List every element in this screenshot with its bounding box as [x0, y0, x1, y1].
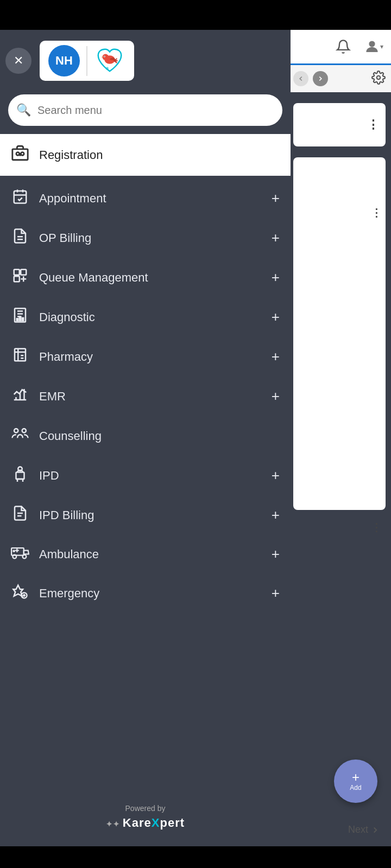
counselling-icon [11, 426, 29, 446]
queue-plus-icon: + [272, 269, 280, 286]
fab-plus-icon: + [352, 771, 360, 784]
registration-icon [11, 144, 29, 166]
diagnostic-icon [11, 307, 29, 327]
brand-name: ✦✦ KareXpert [5, 816, 285, 830]
menu-item-diagnostic[interactable]: Diagnostic + [0, 297, 291, 337]
queue-management-icon [11, 267, 29, 288]
nav-bar-right [288, 65, 391, 92]
queue-management-label: Queue Management [39, 271, 262, 285]
svg-point-48 [23, 555, 27, 559]
menu-item-queue-management[interactable]: Queue Management + [0, 258, 291, 297]
menu-item-ipd[interactable]: IPD + [0, 456, 291, 495]
drawer-header: ✕ NH [0, 30, 291, 92]
menu-item-op-billing[interactable]: OP Billing + [0, 218, 291, 258]
svg-point-0 [369, 41, 375, 47]
ambulance-icon [11, 545, 29, 564]
back-icon[interactable] [293, 71, 308, 86]
context-menu-icon-1[interactable]: ⋮ [367, 118, 380, 132]
ambulance-plus-icon: + [272, 546, 280, 563]
nh-logo: NH [48, 45, 80, 76]
fab-label: Add [350, 784, 361, 792]
powered-by-footer: Powered by ✦✦ KareXpert [0, 793, 291, 846]
search-bar[interactable]: 🔍 [8, 94, 282, 126]
pharmacy-icon [11, 347, 29, 367]
svg-rect-28 [22, 318, 24, 321]
settings-icon[interactable] [371, 71, 386, 87]
ipd-label: IPD [39, 469, 262, 483]
emr-plus-icon: + [272, 388, 280, 405]
next-label: Next [348, 824, 368, 835]
svg-point-37 [14, 429, 18, 432]
pharmacy-label: Pharmacy [39, 350, 262, 364]
diagnostic-label: Diagnostic [39, 310, 262, 324]
svg-rect-18 [21, 270, 26, 275]
svg-point-47 [12, 555, 16, 559]
svg-point-9 [16, 152, 20, 156]
bird-logo: ❄ [94, 45, 125, 76]
svg-point-38 [22, 429, 26, 432]
notification-icon[interactable] [331, 35, 355, 59]
close-drawer-button[interactable]: ✕ [5, 48, 31, 74]
appointment-label: Appointment [39, 192, 262, 206]
appointment-plus-icon: + [272, 190, 280, 207]
ipd-billing-label: IPD Billing [39, 508, 262, 522]
navigation-drawer: ✕ NH [0, 30, 291, 846]
svg-rect-11 [14, 191, 27, 203]
ambulance-label: Ambulance [39, 547, 262, 561]
right-card-1: ⋮ [293, 103, 386, 146]
menu-item-emr[interactable]: EMR + [0, 376, 291, 416]
search-input[interactable] [37, 104, 274, 117]
svg-rect-40 [16, 473, 24, 480]
context-menu-icon-2[interactable]: ⋮ [371, 206, 383, 219]
status-bar [0, 0, 391, 30]
menu-item-ipd-billing[interactable]: IPD Billing + [0, 495, 291, 535]
registration-label: Registration [39, 148, 103, 162]
svg-point-5 [104, 56, 105, 57]
svg-rect-29 [15, 349, 26, 361]
logo-divider [86, 46, 87, 76]
appointment-icon [11, 188, 29, 208]
svg-rect-17 [14, 270, 20, 275]
ipd-icon [11, 465, 29, 486]
ipd-billing-plus-icon: + [272, 507, 280, 524]
svg-rect-19 [14, 276, 20, 282]
powered-by-text: Powered by [5, 804, 285, 813]
add-fab-button[interactable]: + Add [334, 760, 377, 803]
svg-text:❄: ❄ [105, 66, 109, 71]
svg-rect-27 [20, 317, 21, 321]
menu-item-emergency[interactable]: Emergency + [0, 573, 291, 613]
menu-item-registration[interactable]: Registration [0, 134, 291, 176]
brand-dots-icon: ✦✦ [106, 820, 123, 828]
close-icon: ✕ [14, 54, 23, 68]
forward-icon[interactable] [313, 71, 328, 86]
context-menu-icon-3[interactable]: ⋮ [371, 521, 383, 534]
menu-item-appointment[interactable]: Appointment + [0, 178, 291, 218]
op-billing-plus-icon: + [272, 229, 280, 246]
emr-label: EMR [39, 390, 262, 404]
menu-item-ambulance[interactable]: Ambulance + [0, 535, 291, 573]
pharmacy-plus-icon: + [272, 348, 280, 365]
emergency-label: Emergency [39, 586, 262, 601]
op-billing-icon [11, 228, 29, 248]
next-button[interactable]: Next [348, 824, 380, 835]
ipd-plus-icon: + [272, 467, 280, 484]
svg-point-3 [102, 54, 109, 60]
logo-container: NH [40, 41, 134, 81]
menu-item-pharmacy[interactable]: Pharmacy + [0, 337, 291, 376]
search-icon: 🔍 [16, 103, 31, 117]
header-right: ▾ [288, 30, 391, 65]
op-billing-label: OP Billing [39, 231, 262, 245]
emergency-plus-icon: + [272, 585, 280, 602]
ipd-billing-icon [11, 505, 29, 525]
emr-icon [11, 386, 29, 406]
svg-point-1 [377, 76, 381, 80]
counselling-label: Counselling [39, 429, 280, 443]
emergency-icon [11, 583, 29, 603]
bottom-nav-bar [0, 846, 391, 868]
user-avatar-icon[interactable]: ▾ [362, 35, 386, 59]
diagnostic-plus-icon: + [272, 309, 280, 326]
svg-rect-26 [17, 318, 18, 321]
brand-x: X [152, 816, 160, 829]
menu-item-counselling[interactable]: Counselling [0, 416, 291, 456]
svg-point-10 [21, 152, 24, 156]
